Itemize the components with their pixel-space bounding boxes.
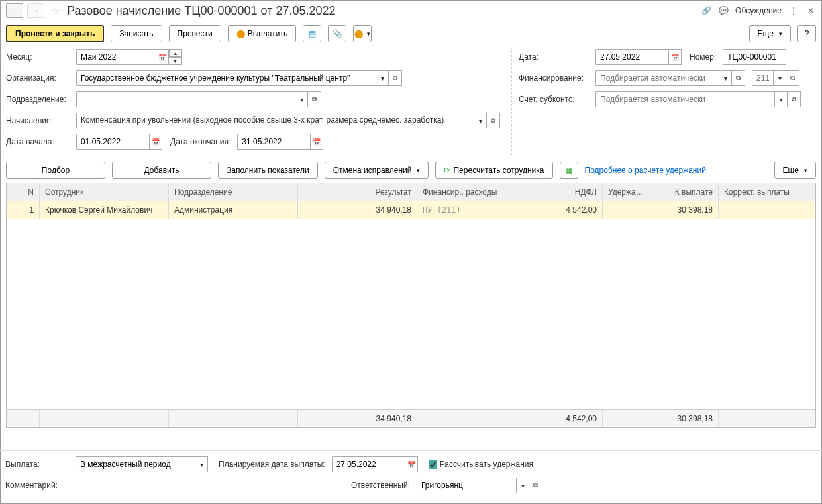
payment-dropdown-button[interactable]: ▾ [195, 456, 208, 472]
date-start-label: Дата начала: [6, 137, 72, 146]
accrual-dropdown-button[interactable]: ▾ [474, 113, 487, 128]
comment-input[interactable] [76, 478, 340, 493]
dept-dropdown-button[interactable]: ▾ [295, 91, 308, 107]
attach-button[interactable]: 📎 [328, 25, 346, 42]
responsible-dropdown-button[interactable]: ▾ [516, 478, 529, 493]
extra-button[interactable]: ⬤▾ [353, 25, 372, 42]
menu-icon[interactable]: ⋮ [788, 5, 799, 16]
window-title: Разовое начисление ТЦ00-000001 от 27.05.… [67, 4, 697, 18]
code-input[interactable] [752, 70, 773, 86]
col-result[interactable]: Результат [298, 183, 417, 201]
org-input[interactable] [76, 70, 376, 86]
fill-button[interactable]: Заполнить показатели [218, 162, 318, 179]
month-up-button[interactable]: ▲ [169, 49, 182, 57]
financing-open-button[interactable]: ⧉ [732, 70, 745, 86]
dept-input[interactable] [76, 91, 295, 107]
recalc-button[interactable]: ⟳Пересчитать сотрудника [435, 162, 552, 179]
account-input[interactable] [595, 91, 774, 107]
pick-button[interactable]: Подбор [6, 162, 105, 179]
cell-holdings [603, 201, 652, 219]
financing-dropdown-button[interactable]: ▾ [719, 70, 732, 86]
code-open-button[interactable]: ⧉ [786, 70, 799, 86]
month-down-button[interactable]: ▼ [169, 57, 182, 65]
code-dropdown-button[interactable]: ▾ [773, 70, 786, 86]
responsible-input[interactable] [417, 478, 516, 493]
financing-label: Финансирование: [519, 74, 591, 83]
col-correction[interactable]: Коррект. выплаты [719, 183, 815, 201]
table-icon-button[interactable]: ▦ [560, 162, 578, 179]
date-start-calendar-icon[interactable]: 📅 [149, 134, 162, 150]
total-payout: 30 398,18 [652, 410, 719, 427]
pay-button[interactable]: ⬤Выплатить [228, 25, 297, 42]
cell-correction [719, 201, 815, 219]
account-label: Счет, субконто: [519, 95, 591, 104]
date-input[interactable] [595, 49, 668, 65]
nav-back-button[interactable]: ← [6, 3, 23, 18]
plan-date-calendar-icon[interactable]: 📅 [405, 456, 418, 472]
org-dropdown-button[interactable]: ▾ [376, 70, 389, 86]
cancel-fix-button[interactable]: Отмена исправлений▾ [325, 162, 429, 179]
date-label: Дата: [519, 52, 591, 62]
number-input[interactable] [723, 49, 786, 65]
total-result: 34 940,18 [298, 410, 417, 427]
cell-department: Администрация [169, 201, 298, 219]
responsible-open-button[interactable]: ⧉ [529, 478, 542, 493]
org-label: Организация: [6, 74, 72, 83]
add-button[interactable]: Добавить [112, 162, 211, 179]
cell-result: 34 940,18 [298, 201, 417, 219]
cell-employee: Крючков Сергей Михайлович [40, 201, 169, 219]
accrual-input[interactable]: Компенсация при увольнении (выходное пос… [76, 113, 474, 128]
account-open-button[interactable]: ⧉ [788, 91, 801, 107]
plan-date-label: Планируемая дата выплаты: [219, 460, 328, 469]
col-n[interactable]: N [7, 183, 40, 201]
cell-n: 1 [7, 201, 40, 219]
month-input[interactable] [76, 49, 156, 65]
nav-forward-button[interactable]: → [27, 3, 44, 18]
date-end-calendar-icon[interactable]: 📅 [310, 134, 323, 150]
discuss-icon[interactable]: 💬 [718, 5, 729, 16]
date-start-input[interactable] [76, 134, 149, 150]
accrual-label: Начисление: [6, 116, 72, 125]
dept-label: Подразделение: [6, 95, 72, 104]
cell-payout: 30 398,18 [652, 201, 719, 219]
date-end-input[interactable] [237, 134, 310, 150]
dept-open-button[interactable]: ⧉ [308, 91, 321, 107]
link-icon[interactable]: 🔗 [701, 5, 711, 16]
account-dropdown-button[interactable]: ▾ [774, 91, 788, 107]
report-button[interactable]: ▤ [303, 25, 321, 42]
post-button[interactable]: Провести [169, 25, 221, 42]
more-button[interactable]: Еще▾ [749, 25, 791, 42]
responsible-label: Ответственный: [351, 481, 413, 490]
table-row[interactable]: 1 Крючков Сергей Михайлович Администраци… [7, 201, 815, 219]
col-department[interactable]: Подразделение [169, 183, 298, 201]
save-button[interactable]: Записать [111, 25, 162, 42]
month-calendar-icon[interactable]: 📅 [156, 49, 169, 65]
number-label: Номер: [690, 52, 719, 62]
calc-holdings-checkbox[interactable]: Рассчитывать удержания [429, 460, 533, 469]
post-close-button[interactable]: Провести и закрыть [6, 25, 104, 42]
payment-input[interactable] [76, 456, 195, 472]
col-tax[interactable]: НДФЛ [546, 183, 603, 201]
col-payout[interactable]: К выплате [652, 183, 719, 201]
payment-label: Выплата: [5, 460, 72, 469]
col-employee[interactable]: Сотрудник [40, 183, 169, 201]
calc-holdings-input[interactable] [429, 460, 437, 469]
date-calendar-icon[interactable]: 📅 [668, 49, 682, 65]
date-end-label: Дата окончания: [170, 137, 233, 146]
close-icon[interactable]: ✕ [805, 5, 816, 16]
org-open-button[interactable]: ⧉ [389, 70, 402, 86]
financing-input[interactable] [595, 70, 719, 86]
col-holdings[interactable]: Удержания [603, 183, 652, 201]
cell-tax: 4 542,00 [546, 201, 603, 219]
help-button[interactable]: ? [797, 25, 816, 42]
discuss-label[interactable]: Обсуждение [735, 6, 782, 15]
accrual-open-button[interactable]: ⧉ [487, 113, 500, 128]
favorite-icon[interactable]: ☆ [51, 5, 60, 17]
total-tax: 4 542,00 [546, 410, 603, 427]
comment-label: Комментарий: [5, 481, 72, 490]
table-more-button[interactable]: Еще▾ [774, 162, 816, 179]
employee-table: N Сотрудник Подразделение Результат Фина… [6, 183, 816, 428]
details-link[interactable]: Подробнее о расчете удержаний [585, 166, 706, 175]
col-financing[interactable]: Финансир., расходы [417, 183, 546, 201]
plan-date-input[interactable] [332, 456, 405, 472]
